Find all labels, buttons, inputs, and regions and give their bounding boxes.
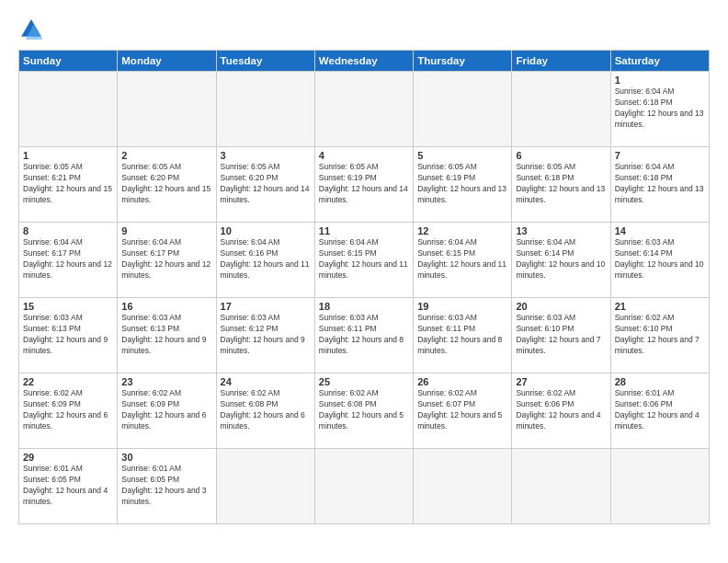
- day-number: 6: [516, 150, 606, 161]
- day-info: Sunrise: 6:02 AM Sunset: 6:07 PM Dayligh…: [417, 388, 507, 432]
- day-info: Sunrise: 6:01 AM Sunset: 6:06 PM Dayligh…: [615, 388, 705, 432]
- day-number: 21: [615, 301, 705, 312]
- calendar-week-2: 8Sunrise: 6:04 AM Sunset: 6:17 PM Daylig…: [19, 223, 710, 298]
- day-info: Sunrise: 6:02 AM Sunset: 6:10 PM Dayligh…: [615, 313, 705, 357]
- calendar-cell: [414, 449, 512, 524]
- day-number: 17: [221, 301, 311, 312]
- calendar-cell: 2Sunrise: 6:05 AM Sunset: 6:20 PM Daylig…: [118, 147, 216, 223]
- calendar-cell: [314, 449, 413, 524]
- day-number: 7: [615, 150, 705, 161]
- day-number: 16: [121, 301, 211, 312]
- calendar-cell: 7Sunrise: 6:04 AM Sunset: 6:18 PM Daylig…: [610, 147, 709, 223]
- calendar-cell: 19Sunrise: 6:03 AM Sunset: 6:11 PM Dayli…: [414, 298, 512, 373]
- day-number: 10: [221, 225, 311, 236]
- day-info: Sunrise: 6:05 AM Sunset: 6:19 PM Dayligh…: [319, 162, 409, 206]
- calendar-cell: [216, 449, 314, 524]
- calendar-cell: 11Sunrise: 6:04 AM Sunset: 6:15 PM Dayli…: [314, 223, 413, 298]
- calendar-table: SundayMondayTuesdayWednesdayThursdayFrid…: [18, 50, 710, 524]
- calendar-cell: [216, 72, 314, 147]
- day-number: 28: [615, 376, 705, 387]
- day-info: Sunrise: 6:05 AM Sunset: 6:18 PM Dayligh…: [516, 162, 606, 206]
- day-number: 1: [23, 150, 113, 161]
- day-number: 20: [516, 301, 606, 312]
- calendar-cell: [118, 72, 216, 147]
- day-info: Sunrise: 6:04 AM Sunset: 6:17 PM Dayligh…: [23, 237, 113, 282]
- day-info: Sunrise: 6:03 AM Sunset: 6:11 PM Dayligh…: [319, 313, 409, 357]
- day-number: 15: [23, 301, 113, 312]
- day-info: Sunrise: 6:04 AM Sunset: 6:17 PM Dayligh…: [121, 237, 211, 282]
- calendar-cell: [512, 72, 610, 147]
- day-number: 23: [121, 376, 211, 387]
- day-number: 9: [121, 225, 211, 236]
- day-info: Sunrise: 6:03 AM Sunset: 6:13 PM Dayligh…: [121, 313, 211, 357]
- calendar-cell: 15Sunrise: 6:03 AM Sunset: 6:13 PM Dayli…: [19, 298, 118, 373]
- day-number: 13: [516, 225, 606, 236]
- day-info: Sunrise: 6:01 AM Sunset: 6:05 PM Dayligh…: [23, 464, 113, 508]
- day-info: Sunrise: 6:02 AM Sunset: 6:06 PM Dayligh…: [516, 388, 606, 432]
- calendar-cell: [314, 72, 413, 147]
- calendar-cell: 28Sunrise: 6:01 AM Sunset: 6:06 PM Dayli…: [610, 373, 709, 449]
- day-info: Sunrise: 6:05 AM Sunset: 6:19 PM Dayligh…: [417, 162, 507, 206]
- calendar-cell: 24Sunrise: 6:02 AM Sunset: 6:08 PM Dayli…: [216, 373, 314, 449]
- calendar-cell: 6Sunrise: 6:05 AM Sunset: 6:18 PM Daylig…: [512, 147, 610, 223]
- calendar-cell: 20Sunrise: 6:03 AM Sunset: 6:10 PM Dayli…: [512, 298, 610, 373]
- calendar-cell: 27Sunrise: 6:02 AM Sunset: 6:06 PM Dayli…: [512, 373, 610, 449]
- day-info: Sunrise: 6:05 AM Sunset: 6:20 PM Dayligh…: [121, 162, 211, 206]
- calendar-header-wednesday: Wednesday: [314, 51, 413, 72]
- calendar-cell: 18Sunrise: 6:03 AM Sunset: 6:11 PM Dayli…: [314, 298, 413, 373]
- calendar-cell: 3Sunrise: 6:05 AM Sunset: 6:20 PM Daylig…: [216, 147, 314, 223]
- day-info: Sunrise: 6:02 AM Sunset: 6:09 PM Dayligh…: [121, 388, 211, 432]
- day-info: Sunrise: 6:04 AM Sunset: 6:15 PM Dayligh…: [417, 237, 507, 282]
- day-number: 12: [417, 225, 507, 236]
- day-info: Sunrise: 6:04 AM Sunset: 6:18 PM Dayligh…: [615, 86, 705, 131]
- calendar-cell: 10Sunrise: 6:04 AM Sunset: 6:16 PM Dayli…: [216, 223, 314, 298]
- calendar-week-5: 29Sunrise: 6:01 AM Sunset: 6:05 PM Dayli…: [19, 449, 710, 524]
- day-number: 24: [221, 376, 311, 387]
- day-info: Sunrise: 6:03 AM Sunset: 6:12 PM Dayligh…: [221, 313, 311, 357]
- calendar-cell: [414, 72, 512, 147]
- day-info: Sunrise: 6:04 AM Sunset: 6:18 PM Dayligh…: [615, 162, 705, 206]
- day-number: 19: [417, 301, 507, 312]
- calendar-cell: 1Sunrise: 6:05 AM Sunset: 6:21 PM Daylig…: [19, 147, 118, 223]
- calendar-header-monday: Monday: [118, 51, 216, 72]
- calendar-cell: 29Sunrise: 6:01 AM Sunset: 6:05 PM Dayli…: [19, 449, 118, 524]
- day-number: 29: [23, 452, 113, 463]
- calendar-cell: 25Sunrise: 6:02 AM Sunset: 6:08 PM Dayli…: [314, 373, 413, 449]
- calendar-cell: [512, 449, 610, 524]
- day-number: 2: [121, 150, 211, 161]
- calendar-cell: 1Sunrise: 6:04 AM Sunset: 6:18 PM Daylig…: [610, 72, 709, 147]
- header: [18, 17, 710, 42]
- calendar-header-thursday: Thursday: [414, 51, 512, 72]
- day-number: 30: [121, 452, 211, 463]
- calendar-cell: 23Sunrise: 6:02 AM Sunset: 6:09 PM Dayli…: [118, 373, 216, 449]
- calendar-cell: 26Sunrise: 6:02 AM Sunset: 6:07 PM Dayli…: [414, 373, 512, 449]
- calendar-cell: [610, 449, 709, 524]
- day-number: 27: [516, 376, 606, 387]
- day-number: 25: [319, 376, 409, 387]
- calendar-cell: 9Sunrise: 6:04 AM Sunset: 6:17 PM Daylig…: [118, 223, 216, 298]
- calendar-cell: 13Sunrise: 6:04 AM Sunset: 6:14 PM Dayli…: [512, 223, 610, 298]
- day-number: 14: [615, 225, 705, 236]
- day-info: Sunrise: 6:02 AM Sunset: 6:08 PM Dayligh…: [221, 388, 311, 432]
- day-info: Sunrise: 6:04 AM Sunset: 6:14 PM Dayligh…: [516, 237, 606, 282]
- calendar-cell: 21Sunrise: 6:02 AM Sunset: 6:10 PM Dayli…: [610, 298, 709, 373]
- calendar-header-tuesday: Tuesday: [216, 51, 314, 72]
- day-number: 11: [319, 225, 409, 236]
- calendar-cell: 30Sunrise: 6:01 AM Sunset: 6:05 PM Dayli…: [118, 449, 216, 524]
- day-info: Sunrise: 6:02 AM Sunset: 6:08 PM Dayligh…: [319, 388, 409, 432]
- calendar-header-friday: Friday: [512, 51, 610, 72]
- day-number: 1: [615, 75, 705, 86]
- day-number: 18: [319, 301, 409, 312]
- day-info: Sunrise: 6:04 AM Sunset: 6:16 PM Dayligh…: [221, 237, 311, 282]
- calendar-header-row: SundayMondayTuesdayWednesdayThursdayFrid…: [19, 51, 710, 72]
- calendar-cell: 22Sunrise: 6:02 AM Sunset: 6:09 PM Dayli…: [19, 373, 118, 449]
- calendar-cell: 14Sunrise: 6:03 AM Sunset: 6:14 PM Dayli…: [610, 223, 709, 298]
- calendar-cell: 8Sunrise: 6:04 AM Sunset: 6:17 PM Daylig…: [19, 223, 118, 298]
- day-info: Sunrise: 6:05 AM Sunset: 6:20 PM Dayligh…: [221, 162, 311, 206]
- calendar-cell: 12Sunrise: 6:04 AM Sunset: 6:15 PM Dayli…: [414, 223, 512, 298]
- day-info: Sunrise: 6:03 AM Sunset: 6:10 PM Dayligh…: [516, 313, 606, 357]
- day-info: Sunrise: 6:05 AM Sunset: 6:21 PM Dayligh…: [23, 162, 113, 206]
- day-number: 26: [417, 376, 507, 387]
- calendar-week-3: 15Sunrise: 6:03 AM Sunset: 6:13 PM Dayli…: [19, 298, 710, 373]
- calendar-cell: 5Sunrise: 6:05 AM Sunset: 6:19 PM Daylig…: [414, 147, 512, 223]
